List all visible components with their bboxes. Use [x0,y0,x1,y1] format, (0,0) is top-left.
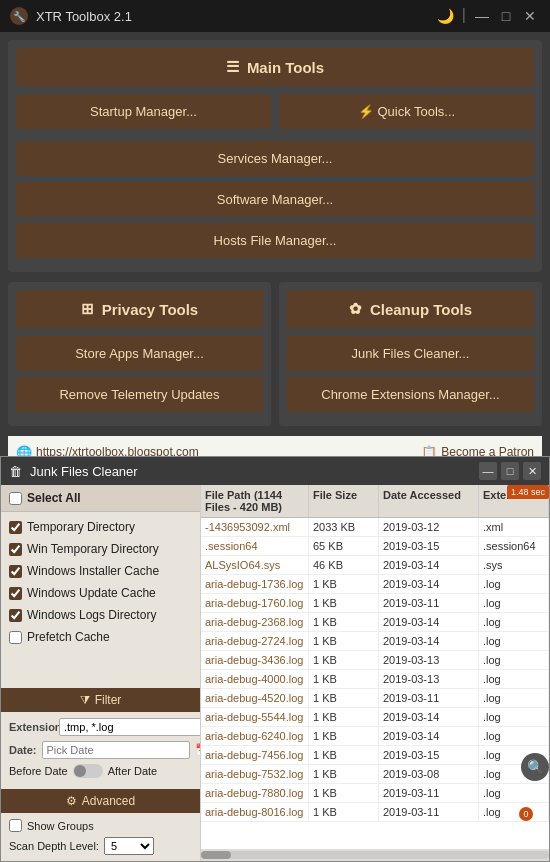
filter-section: ⧩ Filter Extension: Date: 📅 Before Date [1,688,200,789]
file-ext-cell: .log [479,594,549,612]
privacy-tools-title: Privacy Tools [102,301,198,318]
table-row: aria-debug-8016.log 1 KB 2019-03-11 .log [201,803,549,822]
select-all-label: Select All [27,491,81,505]
scan-depth-label: Scan Depth Level: [9,840,99,852]
file-path-cell[interactable]: aria-debug-1760.log [201,594,309,612]
win-installer-checkbox[interactable] [9,565,22,578]
file-path-cell[interactable]: aria-debug-6240.log [201,727,309,745]
software-manager-button[interactable]: Software Manager... [16,182,534,217]
win-logs-checkbox[interactable] [9,609,22,622]
minimize-button[interactable]: — [472,6,492,26]
list-item[interactable]: Windows Logs Directory [1,604,200,626]
file-path-cell[interactable]: aria-debug-8016.log [201,803,309,821]
horizontal-scrollbar[interactable] [201,849,549,861]
file-date-cell: 2019-03-14 [379,632,479,650]
table-row: aria-debug-7532.log 1 KB 2019-03-08 .log [201,765,549,784]
win-temp-checkbox[interactable] [9,543,22,556]
extension-row: Extension: [9,718,192,736]
junk-titlebar: 🗑 Junk Files Cleaner — □ ✕ [1,457,549,485]
prefetch-checkbox[interactable] [9,631,22,644]
privacy-tools-section: ⊞ Privacy Tools Store Apps Manager... Re… [8,282,271,426]
file-size-cell: 1 KB [309,632,379,650]
table-row: aria-debug-5544.log 1 KB 2019-03-14 .log [201,708,549,727]
quick-tools-button[interactable]: ⚡ Quick Tools... [279,94,534,129]
file-path-cell[interactable]: aria-debug-7532.log [201,765,309,783]
hscroll-track [201,851,549,859]
date-input[interactable] [42,741,190,759]
cleanup-tools-header: ✿ Cleanup Tools [287,290,534,328]
file-ext-cell: .log [479,727,549,745]
magnifier-button[interactable]: 🔍 [521,753,549,781]
services-manager-button[interactable]: Services Manager... [16,141,534,176]
chrome-extensions-button[interactable]: Chrome Extensions Manager... [287,377,534,412]
checkbox-list: Temporary Directory Win Temporary Direct… [1,512,200,688]
before-after-toggle[interactable] [73,764,103,778]
main-tools-top-row: Startup Manager... ⚡ Quick Tools... [16,94,534,135]
show-groups-row: Show Groups [9,819,192,832]
win-logs-label: Windows Logs Directory [27,608,156,622]
file-date-cell: 2019-03-11 [379,689,479,707]
win-update-checkbox[interactable] [9,587,22,600]
hscroll-thumb[interactable] [201,851,231,859]
list-item[interactable]: Temporary Directory [1,516,200,538]
file-path-cell[interactable]: aria-debug-2724.log [201,632,309,650]
file-date-cell: 2019-03-15 [379,537,479,555]
extension-input[interactable] [59,718,201,736]
list-item[interactable]: Windows Installer Cache [1,560,200,582]
advanced-body: Show Groups Scan Depth Level: 5 3 10 [1,813,200,861]
store-apps-button[interactable]: Store Apps Manager... [16,336,263,371]
dark-mode-button[interactable]: 🌙 [436,6,456,26]
extension-label: Extension: [9,721,54,733]
file-path-cell[interactable]: .session64 [201,537,309,555]
file-date-cell: 2019-03-11 [379,594,479,612]
filepath-column-header: File Path (1144 Files - 420 MB) [201,485,309,517]
file-path-cell[interactable]: aria-debug-7880.log [201,784,309,802]
file-date-cell: 2019-03-15 [379,746,479,764]
show-groups-checkbox[interactable] [9,819,22,832]
startup-manager-button[interactable]: Startup Manager... [16,94,271,129]
list-item[interactable]: Prefetch Cache [1,626,200,648]
prefetch-label: Prefetch Cache [27,630,110,644]
close-button[interactable]: ✕ [520,6,540,26]
file-path-cell[interactable]: aria-debug-4000.log [201,670,309,688]
file-path-cell[interactable]: aria-debug-5544.log [201,708,309,726]
scan-depth-select[interactable]: 5 3 10 [104,837,154,855]
file-path-cell[interactable]: aria-debug-4520.log [201,689,309,707]
file-path-cell[interactable]: aria-debug-7456.log [201,746,309,764]
file-path-cell[interactable]: aria-debug-2368.log [201,613,309,631]
list-item[interactable]: Win Temporary Directory [1,538,200,560]
file-path-cell[interactable]: aria-debug-3436.log [201,651,309,669]
time-badge: 1.48 sec [507,485,549,499]
advanced-label: Advanced [82,794,135,808]
file-date-cell: 2019-03-14 [379,727,479,745]
before-after-row: Before Date After Date [9,764,192,778]
hosts-manager-button[interactable]: Hosts File Manager... [16,223,534,258]
filter-icon: ⧩ [80,693,90,707]
junk-close-button[interactable]: ✕ [523,462,541,480]
file-date-cell: 2019-03-14 [379,708,479,726]
temp-dir-checkbox[interactable] [9,521,22,534]
privacy-tools-header: ⊞ Privacy Tools [16,290,263,328]
advanced-header[interactable]: ⚙ Advanced [1,789,200,813]
list-item[interactable]: Windows Update Cache [1,582,200,604]
maximize-button[interactable]: □ [496,6,516,26]
junk-maximize-button[interactable]: □ [501,462,519,480]
select-all-row[interactable]: Select All [1,485,200,512]
remove-telemetry-button[interactable]: Remove Telemetry Updates [16,377,263,412]
file-path-cell[interactable]: -1436953092.xml [201,518,309,536]
file-date-cell: 2019-03-11 [379,784,479,802]
table-row: aria-debug-2724.log 1 KB 2019-03-14 .log [201,632,549,651]
junk-files-cleaner-button[interactable]: Junk Files Cleaner... [287,336,534,371]
junk-minimize-button[interactable]: — [479,462,497,480]
table-row: .session64 65 KB 2019-03-15 .session64 [201,537,549,556]
quick-tools-label: Quick Tools... [377,104,455,119]
file-path-cell[interactable]: aria-debug-1736.log [201,575,309,593]
file-size-cell: 1 KB [309,651,379,669]
before-label: Before Date [9,765,68,777]
file-size-cell: 2033 KB [309,518,379,536]
scroll-indicator: 0 [519,807,533,821]
main-tools-title: Main Tools [247,59,324,76]
select-all-checkbox[interactable] [9,492,22,505]
file-size-cell: 1 KB [309,727,379,745]
file-path-cell[interactable]: ALSysIO64.sys [201,556,309,574]
